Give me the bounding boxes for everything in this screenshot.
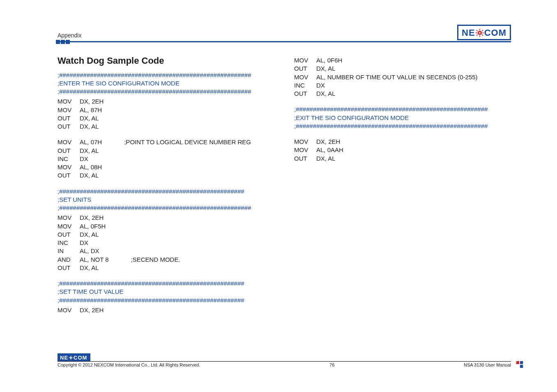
code-line: OUTDX, AL [58,171,274,180]
code-line: MOVAL, 0F6H [294,56,511,65]
svg-rect-14 [72,357,73,358]
svg-rect-16 [516,361,519,364]
page: Appendix NE COM [0,0,557,392]
hash-line: ;#######################################… [294,122,511,130]
svg-rect-5 [476,30,478,32]
code-line: OUTDX, AL [58,114,274,122]
code-line: MOVAL, 0AAH [294,146,511,154]
corner-mark-icon [515,360,524,369]
svg-point-9 [479,32,481,34]
code-line: MOVAL, 0F5H [58,222,274,231]
section-title: Watch Dog Sample Code [58,55,274,67]
logo-com: COM [484,28,506,38]
svg-rect-11 [71,355,71,356]
code-line: OUTDX, AL [294,90,511,98]
svg-rect-7 [476,34,478,36]
svg-rect-12 [71,359,71,360]
code-block-4: MOVDX, 2EH [58,306,274,314]
svg-rect-6 [481,30,483,32]
code-line: OUTDX, AL [58,231,274,239]
gear-icon [69,355,73,360]
copyright-text: Copyright © 2012 NEXCOM International Co… [58,362,200,367]
svg-rect-3 [476,32,477,33]
code-line: OUTDX, AL [58,122,274,131]
manual-label: NSA 3130 User Manual [464,362,511,367]
code-block-3: MOVDX, 2EH MOVAL, 0F5H OUTDX, AL INCDX I… [58,214,274,272]
footer: NE COM Copyright © 2012 NEXCOM Internati… [58,353,511,367]
corner-mark [515,360,524,371]
hash-line: ;#######################################… [58,88,274,96]
code-line: MOVDX, 2EH [58,306,274,314]
code-line: MOVDX, 2EH [294,138,511,146]
section-timeout: ;SET TIME OUT VALUE [58,288,274,296]
code-block-2: MOVAL, 07H;POINT TO LOGICAL DEVICE NUMBE… [58,138,274,180]
code-line: ANDAL, NOT 8;SECEND MODE. [58,256,274,264]
svg-rect-1 [479,29,480,30]
code-line: MOVAL, 07H;POINT TO LOGICAL DEVICE NUMBE… [58,138,274,146]
footer-row: Copyright © 2012 NEXCOM International Co… [58,362,511,367]
logo-com: COM [74,355,87,361]
section-exit: ;EXIT THE SIO CONFIGURATION MODE [294,114,511,122]
code-block-6: MOVDX, 2EH MOVAL, 0AAH OUTDX, AL [294,138,511,163]
nexcom-logo-footer: NE COM [58,353,90,361]
header: Appendix NE COM [58,25,511,40]
svg-point-15 [71,357,71,358]
page-number: 76 [329,362,334,367]
code-block-1: MOVDX, 2EH MOVAL, 87H OUTDX, AL OUTDX, A… [58,97,274,131]
code-line: INAL, DX [58,247,274,255]
hash-line: ;#######################################… [58,204,274,212]
content: Watch Dog Sample Code ;#################… [58,55,511,322]
code-line: MOVAL, 08H [58,163,274,171]
header-rule [58,41,511,42]
svg-rect-13 [69,357,69,358]
code-line: MOVDX, 2EH [58,97,274,106]
code-block-5: MOVAL, 0F6H OUTDX, AL MOVAL, NUMBER OF T… [294,56,511,98]
code-line: MOVAL, NUMBER OF TIME OUT VALUE IN SECEN… [294,73,511,81]
section-units: ;SET UNITS [58,196,274,204]
svg-rect-18 [520,361,523,364]
svg-rect-8 [481,34,483,36]
code-line: INCDX [58,155,274,163]
logo-ne: NE [60,355,68,361]
svg-rect-2 [479,35,480,37]
code-line: INCDX [58,239,274,247]
hash-line: ;#######################################… [58,187,274,196]
left-column: Watch Dog Sample Code ;#################… [58,55,274,322]
code-line: OUTDX, AL [58,264,274,272]
code-line: MOVAL, 87H [58,106,274,114]
code-line: OUTDX, AL [58,147,274,155]
right-column: MOVAL, 0F6H OUTDX, AL MOVAL, NUMBER OF T… [294,55,511,322]
footer-rule [58,361,511,362]
svg-rect-17 [520,365,523,368]
code-line: INCDX [294,81,511,90]
logo-ne: NE [462,28,475,38]
hash-line: ;#######################################… [58,296,274,304]
gear-icon [476,29,484,37]
hash-line: ;#######################################… [58,71,274,79]
code-line: OUTDX, AL [294,154,511,163]
nexcom-logo-top: NE COM [457,25,511,40]
section-enter: ;ENTER THE SIO CONFIGURATION MODE [58,79,274,88]
hash-line: ;#######################################… [294,105,511,113]
code-line: OUTDX, AL [294,65,511,73]
header-rule-squares [56,40,70,44]
hash-line: ;#######################################… [58,279,274,288]
appendix-label: Appendix [58,32,81,39]
svg-rect-4 [482,32,484,33]
code-line: MOVDX, 2EH [58,214,274,222]
